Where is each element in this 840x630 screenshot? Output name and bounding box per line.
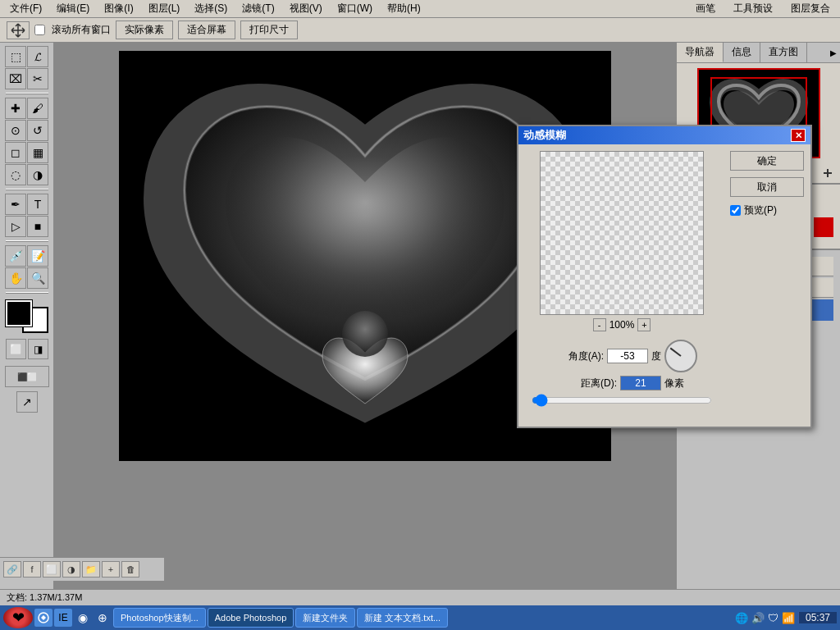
dialog-close-btn[interactable]: ✕ [791, 129, 806, 142]
menu-select[interactable]: 选择(S) [188, 0, 234, 17]
dodge-tool[interactable]: ◑ [27, 164, 48, 185]
quick-launch-4[interactable]: ⊕ [94, 609, 112, 627]
crop-tool[interactable]: ⌧ [5, 68, 26, 89]
top-right-tab-layer-comp[interactable]: 图层复合 [784, 0, 837, 17]
actual-pixels-btn[interactable]: 实际像素 [116, 21, 173, 39]
menu-bar: 文件(F) 编辑(E) 图像(I) 图层(L) 选择(S) 滤镜(T) 视图(V… [0, 0, 840, 18]
menu-image[interactable]: 图像(I) [98, 0, 139, 17]
menu-edit[interactable]: 编辑(E) [50, 0, 96, 17]
angle-indicator [670, 348, 682, 357]
standard-mode[interactable]: ⬜ [6, 339, 26, 359]
main-area: ⬚ 𝓛 ⌧ ✂ ✚ 🖌 ⊙ ↺ ◻ ▦ ◌ ◑ ✒ T ▷ [0, 43, 840, 605]
screen-mode-btn[interactable]: ⬛⬜ [5, 366, 49, 387]
zoom-tool[interactable]: 🔍 [27, 267, 48, 289]
pen-tool[interactable]: ✒ [5, 194, 26, 215]
status-bar: 文档: 1.37M/1.37M [0, 589, 840, 605]
navigator-tabs: 导航器 信息 直方图 ▶ [677, 43, 840, 63]
options-toolbar: 滚动所有窗口 实际像素 适合屏幕 打印尺寸 [0, 18, 840, 43]
lasso-tool[interactable]: 𝓛 [27, 46, 48, 67]
print-size-btn[interactable]: 打印尺寸 [240, 21, 298, 39]
menu-window[interactable]: 窗口(W) [331, 0, 379, 17]
notes-tool[interactable]: 📝 [27, 245, 48, 267]
quick-launch-1[interactable] [34, 609, 52, 627]
shape-tool[interactable]: ■ [27, 216, 48, 237]
color-picker-btn[interactable] [814, 217, 833, 237]
panel-options-btn[interactable]: ▶ [827, 43, 840, 62]
taskbar-shield-icon[interactable]: 🛡 [768, 612, 778, 624]
menu-file[interactable]: 文件(F) [3, 0, 48, 17]
path-select[interactable]: ▷ [5, 216, 26, 237]
marquee-tool[interactable]: ⬚ [5, 46, 26, 67]
angle-input[interactable] [607, 349, 648, 363]
dialog-titlebar: 动感模糊 ✕ [518, 126, 810, 144]
cancel-btn[interactable]: 取消 [730, 177, 804, 197]
quick-mask[interactable]: ◨ [28, 339, 48, 359]
scroll-all-checkbox[interactable] [34, 25, 45, 35]
taskbar-volume-icon[interactable]: 🔊 [751, 612, 765, 624]
top-right-tab-brush[interactable]: 画笔 [689, 0, 722, 17]
taskbar-txt-label: 新建 文本文档.txt... [364, 612, 441, 624]
distance-row: 距离(D): 像素 [553, 374, 691, 392]
preview-checkbox[interactable] [730, 205, 741, 216]
zoom-in-btn[interactable]: + [637, 318, 651, 331]
gradient-tool[interactable]: ▦ [27, 142, 48, 163]
zoom-out-btn[interactable]: - [593, 318, 606, 331]
hand-tool[interactable]: ✋ [5, 267, 26, 289]
brush-tool[interactable]: 🖌 [27, 98, 48, 119]
tab-info[interactable]: 信息 [724, 43, 760, 62]
quick-launch-3[interactable]: ◉ [74, 609, 92, 627]
healing-tool[interactable]: ✚ [5, 98, 26, 119]
dialog-zoom-val: 100% [609, 319, 635, 331]
tab-histogram[interactable]: 直方图 [760, 43, 807, 62]
distance-label: 距离(D): [559, 377, 617, 390]
new-layer-btn[interactable]: + [102, 561, 120, 578]
menu-filter[interactable]: 滤镜(T) [235, 0, 281, 17]
menu-help[interactable]: 帮助(H) [381, 0, 427, 17]
blur-tool[interactable]: ◌ [5, 164, 26, 185]
dialog-preview-canvas [540, 151, 704, 315]
svg-point-0 [342, 311, 388, 357]
dialog-preview-area: - 100% + 角度(A): 度 距离(D): 像素 [518, 144, 725, 427]
tool-separator-2 [6, 189, 48, 190]
taskbar-folder[interactable]: 新建文件夹 [295, 608, 355, 628]
link-layers-btn[interactable]: 🔗 [3, 561, 21, 578]
eraser-tool[interactable]: ◻ [5, 142, 26, 163]
distance-slider-row [525, 392, 719, 411]
angle-unit: 度 [651, 349, 661, 363]
add-mask-btn[interactable]: ⬜ [43, 561, 61, 578]
fit-screen-btn[interactable]: 适合屏幕 [178, 21, 235, 39]
taskbar-ps-quick-label: Photoshop快速制... [121, 612, 199, 624]
stamp-tool[interactable]: ⊙ [5, 120, 26, 141]
new-group-btn[interactable]: 📁 [82, 561, 100, 578]
delete-layer-btn[interactable]: 🗑 [121, 561, 139, 578]
slice-tool[interactable]: ✂ [27, 68, 48, 89]
preview-label: 预览(P) [744, 203, 777, 217]
tab-navigator[interactable]: 导航器 [677, 43, 724, 62]
zoom-in-icon[interactable] [822, 167, 833, 179]
new-adjustment-btn[interactable]: ◑ [62, 561, 80, 578]
angle-wheel[interactable] [664, 340, 697, 372]
taskbar-txt[interactable]: 新建 文本文档.txt... [357, 608, 448, 628]
start-button[interactable]: ❤ [3, 607, 33, 628]
distance-input[interactable] [620, 376, 661, 390]
menu-layer[interactable]: 图层(L) [142, 0, 187, 17]
eyedropper-tool[interactable]: 💉 [5, 245, 26, 267]
top-right-tab-tool-preset[interactable]: 工具预设 [727, 0, 779, 17]
move-tool-icon[interactable] [7, 21, 30, 39]
jump-to-imageready[interactable]: ↗ [16, 391, 38, 413]
tool-separator-3 [6, 240, 48, 242]
distance-unit: 像素 [664, 377, 684, 390]
history-brush[interactable]: ↺ [27, 120, 48, 141]
dialog-zoom-row: - 100% + [593, 318, 651, 331]
add-style-btn[interactable]: f [23, 561, 41, 578]
taskbar-network-icon[interactable]: 📶 [782, 612, 795, 624]
taskbar-ps-main[interactable]: Adobe Photoshop [208, 608, 294, 628]
ok-btn[interactable]: 确定 [730, 151, 804, 171]
taskbar-ps-quick[interactable]: Photoshop快速制... [113, 608, 206, 628]
taskbar-globe-icon[interactable]: 🌐 [735, 612, 748, 624]
quick-launch-2[interactable]: IE [54, 609, 72, 627]
menu-view[interactable]: 视图(V) [283, 0, 329, 17]
foreground-color[interactable] [6, 300, 32, 326]
distance-slider[interactable] [532, 394, 712, 407]
text-tool[interactable]: T [27, 194, 48, 215]
